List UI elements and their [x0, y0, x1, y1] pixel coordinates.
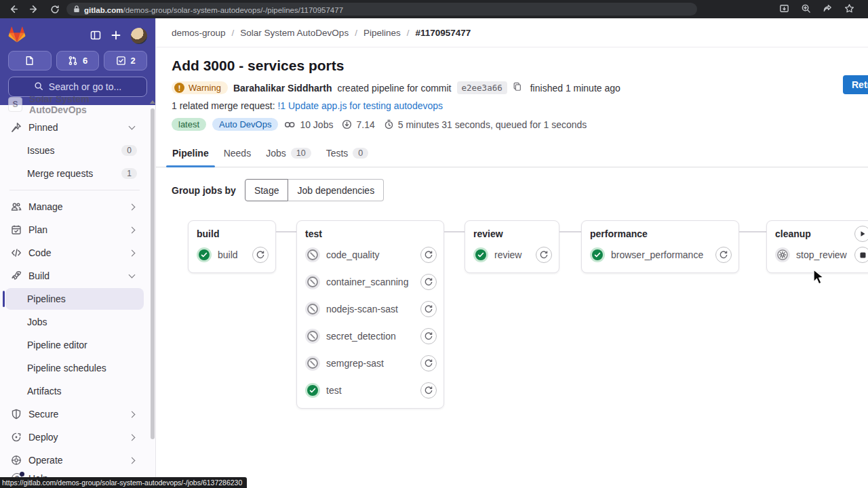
tab-jobs[interactable]: Jobs10 — [258, 141, 318, 167]
stop-job-button[interactable] — [854, 247, 868, 263]
retry-job-button[interactable] — [420, 274, 437, 290]
stage-performance: performance browser_performance — [581, 220, 739, 273]
sidebar-item-deploy[interactable]: Deploy — [5, 426, 144, 448]
downloads-icon[interactable] — [779, 3, 789, 16]
tab-needs[interactable]: Needs — [216, 141, 258, 167]
autodevops-badge[interactable]: Auto DevOps — [212, 118, 278, 131]
back-icon[interactable] — [8, 4, 18, 14]
zoom-icon[interactable] — [801, 3, 811, 16]
sidebar-item-plan[interactable]: Plan — [5, 219, 144, 241]
gitlab-logo-icon[interactable] — [8, 26, 26, 45]
refresh-icon[interactable] — [50, 5, 60, 14]
sidebar-item-label: Artifacts — [27, 386, 62, 396]
merge-requests-shortcut-button[interactable]: 6 — [56, 51, 100, 70]
todos-shortcut-button[interactable]: 2 — [104, 51, 147, 70]
sidebar-item-operate[interactable]: Operate — [5, 449, 144, 468]
chevron-right-icon — [129, 457, 136, 464]
breadcrumb-separator: / — [407, 28, 410, 38]
retry-job-button[interactable] — [420, 355, 437, 371]
breadcrumb-item-pipelines[interactable]: Pipelines — [363, 28, 401, 38]
deploy-icon — [11, 432, 22, 443]
sidebar-item-jobs[interactable]: Jobs — [5, 311, 144, 333]
breadcrumb-item-demos-group[interactable]: demos-group — [172, 28, 226, 38]
job-browser-performance[interactable]: browser_performance — [590, 241, 732, 268]
forward-icon[interactable] — [29, 4, 39, 14]
breadcrumb-item-solar-system-autodevops[interactable]: Solar System AutoDevOps — [240, 28, 349, 38]
sidebar-item-secure[interactable]: Secure — [5, 403, 144, 425]
pipeline-author[interactable]: Barahalikar Siddharth — [233, 83, 332, 94]
commit-sha[interactable]: e2ee3a66 — [457, 81, 507, 94]
job-name: secret_detection — [326, 331, 414, 342]
sidebar-item-solar-system-autodevops[interactable]: SSolar System AutoDevOps — [5, 96, 144, 115]
page-title: Add 3000 - services ports — [172, 58, 868, 74]
sidebar-item-pipelines[interactable]: Pipelines — [5, 288, 144, 310]
sidebar-item-label: Pinned — [28, 122, 58, 133]
stage-connector — [444, 231, 465, 232]
sidebar-item-pipeline-editor[interactable]: Pipeline editor — [5, 334, 144, 356]
job-secret-detection[interactable]: secret_detection — [305, 323, 437, 350]
job-name: semgrep-sast — [326, 358, 414, 369]
retry-job-button[interactable] — [536, 247, 552, 263]
retry-job-button[interactable] — [252, 247, 269, 263]
scroll-up-icon[interactable] — [150, 100, 155, 104]
tab-tests[interactable]: Tests0 — [319, 141, 376, 167]
group-by-dependencies-button[interactable]: Job dependencies — [288, 179, 384, 201]
stage-title: test — [305, 228, 437, 239]
scrollbar-thumb[interactable] — [151, 108, 155, 439]
status-success-icon — [590, 247, 605, 262]
job-semgrep-sast[interactable]: semgrep-sast — [305, 350, 437, 377]
share-icon[interactable] — [823, 3, 833, 16]
retry-job-button[interactable] — [420, 328, 437, 344]
bookmark-star-icon[interactable] — [844, 3, 854, 16]
retry-job-button[interactable] — [715, 247, 732, 263]
sidebar-item-code[interactable]: Code — [5, 242, 144, 264]
sidebar-item-pipeline-schedules[interactable]: Pipeline schedules — [5, 357, 144, 379]
job-container-scanning[interactable]: container_scanning — [305, 268, 437, 296]
retry-pipeline-button[interactable]: Retry — [843, 75, 868, 94]
address-bar[interactable]: gitlab.com/demos-group/solar-system-auto… — [66, 3, 697, 16]
tab-label: Pipeline — [172, 148, 209, 159]
group-by-stage-button[interactable]: Stage — [245, 179, 289, 201]
count-badge: 1 — [121, 168, 137, 179]
timer-icon — [384, 119, 394, 129]
breadcrumb-item-1170957477: #1170957477 — [415, 28, 471, 38]
chevron-right-icon — [129, 434, 136, 441]
create-new-icon[interactable] — [111, 30, 121, 43]
sidebar-item-manage[interactable]: Manage — [5, 196, 144, 218]
sidebar-item-issues[interactable]: Issues0 — [5, 140, 144, 161]
retry-job-button[interactable] — [420, 301, 437, 317]
sidebar-item-pinned[interactable]: Pinned — [5, 117, 144, 138]
sidebar-item-label: Pipelines — [27, 293, 66, 304]
finished-text: finished 1 minute ago — [530, 83, 620, 94]
chevron-right-icon — [129, 249, 136, 256]
retry-job-button[interactable] — [420, 382, 437, 399]
code-icon — [11, 247, 22, 258]
job-test[interactable]: test — [305, 377, 437, 404]
pin-icon — [11, 122, 22, 133]
job-nodejs-scan-sast[interactable]: nodejs-scan-sast — [305, 296, 437, 323]
related-mr-link[interactable]: !1 Update app.js for testing autodevops — [277, 100, 443, 111]
sidebar-item-label: Manage — [28, 201, 63, 212]
status-skipped-icon — [305, 247, 320, 262]
job-stop-review[interactable]: stop_review — [775, 241, 868, 268]
sidebar-item-artifacts[interactable]: Artifacts — [5, 380, 144, 402]
tab-pipeline[interactable]: Pipeline — [165, 141, 216, 167]
copy-commit-icon[interactable] — [513, 82, 522, 94]
tab-count-badge: 0 — [353, 148, 368, 159]
issues-shortcut-button[interactable] — [8, 51, 52, 70]
retry-job-button[interactable] — [420, 247, 437, 263]
job-name: test — [326, 385, 414, 396]
user-avatar[interactable] — [131, 28, 147, 44]
chevron-down-icon — [129, 123, 136, 130]
job-review[interactable]: review — [473, 241, 552, 268]
job-name: nodejs-scan-sast — [326, 304, 414, 314]
sidebar-item-build[interactable]: Build — [5, 265, 144, 287]
job-build[interactable]: build — [197, 241, 269, 268]
sidebar-item-merge-requests[interactable]: Merge requests1 — [5, 163, 144, 184]
play-stage-button[interactable] — [854, 226, 868, 242]
sidebar-scrollbar[interactable] — [149, 98, 155, 488]
search-input[interactable]: Search or go to... — [8, 77, 147, 97]
search-icon — [34, 81, 43, 93]
sidebar-toggle-icon[interactable] — [90, 30, 101, 43]
job-code-quality[interactable]: code_quality — [305, 241, 437, 268]
